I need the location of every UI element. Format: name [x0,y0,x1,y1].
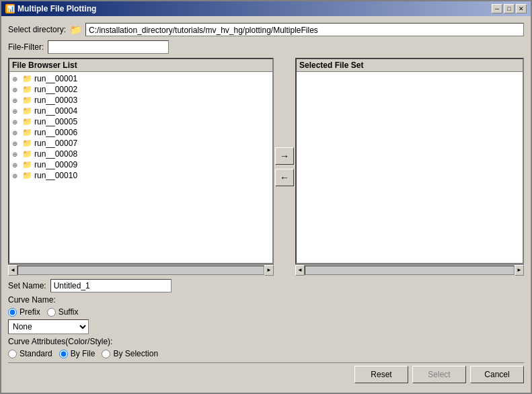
window-title: Multiple File Plotting [17,4,96,13]
selected-file-header: Selected File Set [297,59,523,72]
list-item[interactable]: ⊕ 📁 run__00006 [11,127,271,138]
title-bar: 📊 Multiple File Plotting ─ □ ✕ [1,1,531,16]
title-bar-left: 📊 Multiple File Plotting [5,4,96,13]
by-selection-label: By Selection [113,349,158,358]
by-selection-radio[interactable] [102,350,110,358]
set-name-label: Set Name: [8,281,46,290]
prefix-radio-group: Prefix [8,307,40,317]
right-panel-wrapper: Selected File Set ◄ ► [295,58,524,275]
folder-icon: 📁 [22,74,32,83]
file-item-label: run__00009 [34,160,77,169]
file-item-label: run__00005 [34,117,77,126]
right-hscroll-left-arrow[interactable]: ◄ [295,265,305,276]
file-item-label: run__00008 [34,149,77,159]
remove-from-selection-button[interactable]: ← [275,169,294,186]
suffix-radio-group: Suffix [47,307,79,317]
window-icon: 📊 [5,4,15,13]
folder-browse-icon[interactable]: 📁 [70,24,81,35]
set-name-input[interactable] [50,279,172,292]
curve-name-options-row: Prefix Suffix [8,307,524,317]
standard-radio-group: Standard [8,349,52,358]
by-selection-radio-group: By Selection [102,349,158,358]
suffix-radio[interactable] [47,308,56,317]
right-hscroll-track[interactable] [305,266,515,275]
expand-icon: ⊕ [12,75,20,83]
file-browser-panel: File Browser List ⊕ 📁 run__00001 ⊕ 📁 run… [8,58,274,264]
expand-icon: ⊕ [12,118,20,126]
cancel-button[interactable]: Cancel [470,366,524,383]
list-item[interactable]: ⊕ 📁 run__00005 [11,116,271,127]
main-window: 📊 Multiple File Plotting ─ □ ✕ Select di… [0,0,532,394]
file-item-label: run__00001 [34,74,77,83]
reset-button[interactable]: Reset [354,366,408,383]
add-to-selection-button[interactable]: → [275,147,294,165]
file-item-label: run__00006 [34,128,77,137]
curve-attributes-label-row: Curve Attributes(Color/Style): [8,337,524,346]
file-item-label: run__00003 [34,95,77,105]
expand-icon: ⊕ [12,86,20,93]
file-filter-input[interactable] [48,40,169,54]
expand-icon: ⊕ [12,161,20,169]
left-hscroll-container: ◄ ► [8,264,274,275]
right-hscroll-container: ◄ ► [295,264,524,275]
curve-name-row: Curve Name: [8,295,524,305]
suffix-label: Suffix [59,307,79,317]
curve-attributes-options-row: Standard By File By Selection [8,349,524,358]
folder-icon: 📁 [22,95,32,105]
list-item[interactable]: ⊕ 📁 run__00010 [11,170,271,181]
folder-icon: 📁 [22,149,32,159]
expand-icon: ⊕ [12,151,20,158]
expand-icon: ⊕ [12,140,20,147]
select-button[interactable]: Select [412,366,466,383]
file-item-label: run__00004 [34,106,77,116]
expand-icon: ⊕ [12,97,20,104]
folder-icon: 📁 [22,106,32,116]
standard-radio[interactable] [8,350,17,358]
folder-icon: 📁 [22,160,32,169]
by-file-radio[interactable] [59,350,68,358]
folder-icon: 📁 [22,171,32,180]
transfer-buttons: → ← [274,58,295,275]
curve-name-dropdown[interactable]: None [8,319,89,334]
list-item[interactable]: ⊕ 📁 run__00008 [11,149,271,159]
list-item[interactable]: ⊕ 📁 run__00009 [11,159,271,170]
folder-icon: 📁 [22,128,32,137]
left-hscroll-track[interactable] [17,266,264,275]
panels-container: File Browser List ⊕ 📁 run__00001 ⊕ 📁 run… [8,58,524,275]
standard-label: Standard [20,349,52,358]
selected-file-body [297,72,523,263]
file-item-label: run__00007 [34,139,77,148]
folder-icon: 📁 [22,139,32,148]
list-item[interactable]: ⊕ 📁 run__00002 [11,84,271,95]
left-hscroll-left-arrow[interactable]: ◄ [8,265,17,276]
list-item[interactable]: ⊕ 📁 run__00007 [11,138,271,149]
list-item[interactable]: ⊕ 📁 run__00001 [11,73,271,84]
close-button[interactable]: ✕ [516,4,527,13]
curve-name-label: Curve Name: [8,295,56,305]
curve-attributes-label: Curve Attributes(Color/Style): [8,337,112,346]
file-item-label: run__00002 [34,85,77,94]
file-filter-row: File-Filter: [8,40,524,54]
dialog-content: Select directory: 📁 C:/installation_dire… [1,16,531,393]
action-buttons: Reset Select Cancel [8,362,524,383]
left-hscroll-right-arrow[interactable]: ► [264,265,274,276]
file-item-label: run__00010 [34,171,77,180]
directory-path: C:/installation_directory/tutorials/mv_h… [85,23,524,36]
curve-name-dropdown-row: None [8,319,524,334]
file-browser-body: ⊕ 📁 run__00001 ⊕ 📁 run__00002 ⊕ 📁 [9,72,272,263]
directory-label: Select directory: [8,25,66,34]
expand-icon: ⊕ [12,108,20,115]
maximize-button[interactable]: □ [504,4,515,13]
list-item[interactable]: ⊕ 📁 run__00003 [11,95,271,106]
prefix-radio[interactable] [8,308,17,317]
file-browser-header: File Browser List [9,59,272,72]
right-hscroll-right-arrow[interactable]: ► [515,265,524,276]
set-name-row: Set Name: [8,279,524,292]
list-item[interactable]: ⊕ 📁 run__00004 [11,106,271,116]
left-panel-wrapper: File Browser List ⊕ 📁 run__00001 ⊕ 📁 run… [8,58,274,275]
file-filter-label: File-Filter: [8,42,44,52]
directory-row: Select directory: 📁 C:/installation_dire… [8,23,524,36]
title-buttons: ─ □ ✕ [492,4,527,13]
minimize-button[interactable]: ─ [492,4,502,13]
by-file-label: By File [71,349,96,358]
